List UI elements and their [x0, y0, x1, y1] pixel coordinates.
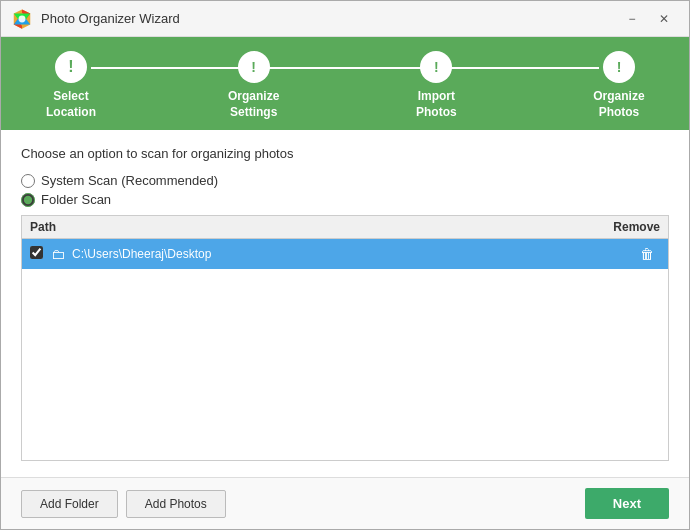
step-organize-settings: ! OrganizeSettings [204, 51, 304, 120]
svg-point-5 [19, 15, 26, 22]
step-2-inner: ! [241, 54, 267, 80]
col-remove-header: Remove [600, 220, 660, 234]
step-2-icon: ! [251, 59, 256, 75]
col-path-header: Path [30, 220, 600, 234]
content-area: Choose an option to scan for organizing … [1, 130, 689, 477]
folder-icon: 🗀 [48, 246, 68, 262]
row-checkbox[interactable] [30, 246, 43, 259]
delete-row-button[interactable]: 🗑 [634, 244, 660, 264]
add-folder-button[interactable]: Add Folder [21, 490, 118, 518]
main-window: Photo Organizer Wizard − ✕ ! SelectLocat… [0, 0, 690, 530]
step-1-circle: ! [55, 51, 87, 83]
step-3-icon: ! [434, 59, 439, 75]
app-logo [11, 8, 33, 30]
step-4-label: OrganizePhotos [593, 89, 644, 120]
system-scan-radio[interactable] [21, 174, 35, 188]
step-3-inner: ! [423, 54, 449, 80]
folder-scan-label: Folder Scan [41, 192, 111, 207]
step-4-inner: ! [606, 54, 632, 80]
row-checkbox-container [30, 246, 48, 262]
step-4-icon: ! [617, 59, 622, 75]
table-body: 🗀 C:\Users\Dheeraj\Desktop 🗑 [22, 239, 668, 460]
step-organize-photos: ! OrganizePhotos [569, 51, 669, 120]
step-3-circle: ! [420, 51, 452, 83]
step-1-inner: ! [58, 54, 84, 80]
step-2-circle: ! [238, 51, 270, 83]
window-controls: − ✕ [617, 8, 679, 30]
window-title: Photo Organizer Wizard [41, 11, 617, 26]
wizard-header: ! SelectLocation ! OrganizeSettings [1, 37, 689, 130]
title-bar: Photo Organizer Wizard − ✕ [1, 1, 689, 37]
step-3-label: ImportPhotos [416, 89, 457, 120]
minimize-button[interactable]: − [617, 8, 647, 30]
step-1-icon: ! [68, 58, 73, 76]
folder-scan-radio[interactable] [21, 193, 35, 207]
content-prompt: Choose an option to scan for organizing … [21, 146, 669, 161]
close-button[interactable]: ✕ [649, 8, 679, 30]
step-2-label: OrganizeSettings [228, 89, 279, 120]
wizard-connector-line [91, 67, 599, 69]
system-scan-option[interactable]: System Scan (Recommended) [21, 173, 669, 188]
step-1-label: SelectLocation [46, 89, 96, 120]
folder-table: Path Remove 🗀 C:\Users\Dheeraj\Desktop 🗑 [21, 215, 669, 461]
bottom-bar: Add Folder Add Photos Next [1, 477, 689, 529]
scan-options: System Scan (Recommended) Folder Scan [21, 173, 669, 207]
step-4-circle: ! [603, 51, 635, 83]
row-path-value: C:\Users\Dheeraj\Desktop [72, 247, 600, 261]
table-header: Path Remove [22, 216, 668, 239]
table-row[interactable]: 🗀 C:\Users\Dheeraj\Desktop 🗑 [22, 239, 668, 269]
next-button[interactable]: Next [585, 488, 669, 519]
step-import-photos: ! ImportPhotos [386, 51, 486, 120]
folder-scan-option[interactable]: Folder Scan [21, 192, 669, 207]
system-scan-label: System Scan (Recommended) [41, 173, 218, 188]
row-delete-container: 🗑 [600, 244, 660, 264]
add-photos-button[interactable]: Add Photos [126, 490, 226, 518]
wizard-steps: ! SelectLocation ! OrganizeSettings [21, 51, 669, 120]
step-select-location: ! SelectLocation [21, 51, 121, 120]
